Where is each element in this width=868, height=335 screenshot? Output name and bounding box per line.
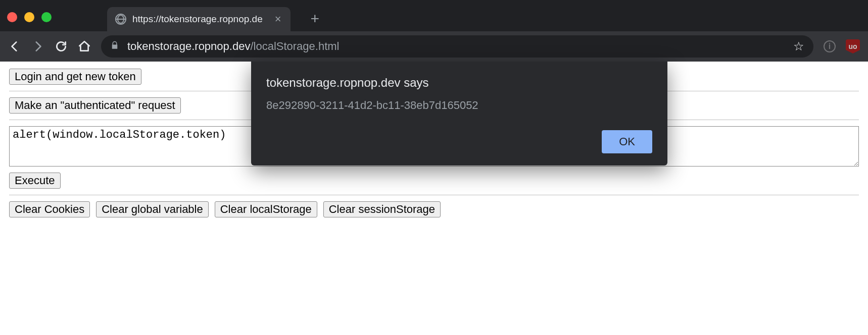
bookmark-star-icon[interactable]: ☆ — [793, 39, 804, 53]
alert-origin: tokenstorage.ropnop.dev says — [266, 76, 652, 90]
window-minimize-button[interactable] — [24, 12, 34, 22]
divider — [9, 195, 859, 195]
browser-chrome: https://tokenstorage.ropnop.de × + token… — [0, 0, 868, 62]
browser-tab[interactable]: https://tokenstorage.ropnop.de × — [107, 7, 291, 31]
clear-cookies-button[interactable]: Clear Cookies — [9, 201, 90, 217]
window-maximize-button[interactable] — [41, 12, 52, 22]
browser-toolbar: tokenstorage.ropnop.dev/localStorage.htm… — [0, 31, 868, 62]
alert-ok-button[interactable]: OK — [602, 130, 652, 153]
forward-button[interactable] — [31, 40, 44, 53]
clear-buttons-row: Clear Cookies Clear global variable Clea… — [9, 201, 859, 217]
back-button[interactable] — [8, 40, 21, 53]
lock-icon — [110, 40, 119, 53]
authenticated-request-button[interactable]: Make an "authenticated" request — [9, 97, 181, 114]
clear-sessionstorage-button[interactable]: Clear sessionStorage — [323, 201, 441, 217]
url-text: tokenstorage.ropnop.dev/localStorage.htm… — [127, 40, 340, 53]
clear-global-variable-button[interactable]: Clear global variable — [96, 201, 209, 217]
login-button[interactable]: Login and get new token — [9, 69, 141, 85]
alert-dialog: tokenstorage.ropnop.dev says 8e292890-32… — [251, 62, 667, 165]
clear-localstorage-button[interactable]: Clear localStorage — [215, 201, 317, 217]
url-path: /localStorage.html — [250, 40, 339, 52]
site-info-icon[interactable]: i — [824, 40, 836, 52]
execute-button[interactable]: Execute — [9, 173, 61, 189]
new-tab-button[interactable]: + — [311, 11, 320, 26]
address-bar[interactable]: tokenstorage.ropnop.dev/localStorage.htm… — [101, 35, 813, 58]
window-close-button[interactable] — [7, 12, 17, 22]
close-tab-icon[interactable]: × — [275, 14, 281, 25]
home-button[interactable] — [78, 40, 91, 53]
alert-message: 8e292890-3211-41d2-bc11-38eb7d165052 — [266, 99, 652, 112]
tab-strip: https://tokenstorage.ropnop.de × + — [0, 0, 868, 31]
globe-icon — [115, 14, 126, 25]
url-domain: tokenstorage.ropnop.dev — [127, 40, 250, 52]
window-controls — [7, 12, 52, 22]
ublock-extension-icon[interactable]: uo — [846, 39, 860, 53]
reload-button[interactable] — [55, 40, 68, 53]
tab-title: https://tokenstorage.ropnop.de — [132, 14, 263, 25]
